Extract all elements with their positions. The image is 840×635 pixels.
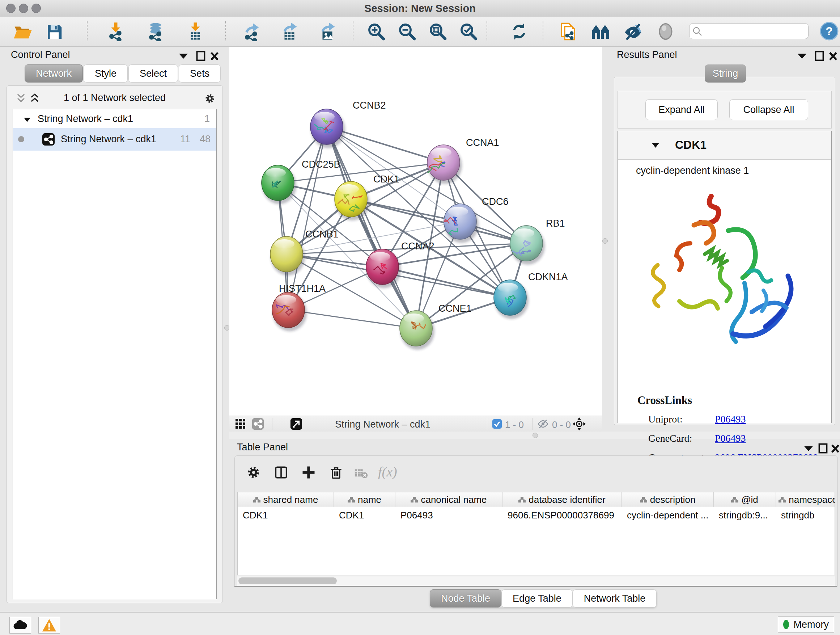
table-horizontal-scrollbar[interactable] — [237, 576, 835, 586]
hide-graphics-details-button[interactable] — [623, 22, 643, 41]
save-session-button[interactable] — [44, 22, 64, 41]
table-cell[interactable]: CDK1 — [238, 510, 334, 521]
left-splitter-handle[interactable] — [224, 325, 230, 331]
refresh-button[interactable] — [509, 22, 529, 41]
protein-section-header[interactable]: CDK1 — [618, 131, 831, 160]
network-node-CDKN1A[interactable] — [494, 280, 529, 319]
help-button[interactable]: ? — [820, 22, 838, 41]
import-network-from-database-button[interactable] — [146, 22, 165, 41]
table-cell[interactable]: stringdb — [776, 510, 835, 521]
network-graph[interactable]: CCNB2CCNA1CDC25BCDK1CDC6RB1CCNB1CCNA2CDK… — [229, 47, 602, 416]
open-session-button[interactable] — [13, 22, 32, 41]
grid-view-icon[interactable] — [234, 418, 247, 430]
panel-menu-icon[interactable] — [797, 50, 807, 61]
tab-sets[interactable]: Sets — [179, 65, 221, 82]
export-network-button[interactable] — [242, 22, 261, 41]
panel-float-icon[interactable] — [818, 442, 829, 453]
node-label-CCNA2: CCNA2 — [401, 241, 434, 252]
table-cell[interactable]: P06493 — [395, 510, 502, 521]
tab-style[interactable]: Style — [84, 65, 128, 82]
zoom-out-button[interactable] — [397, 22, 417, 41]
table-type-tabs: Node TableEdge TableNetwork Table — [430, 589, 657, 608]
collapse-all-button[interactable]: Collapse All — [729, 99, 808, 120]
node-table-body[interactable]: CDK1CDK1P064939606.ENSP00000378699cyclin… — [237, 507, 835, 575]
search-field — [689, 23, 808, 39]
network-row-selected[interactable]: String Network – cdk1 11 48 — [13, 128, 216, 150]
network-edge-CCNB2-HIST1H1A[interactable] — [288, 127, 327, 310]
panel-float-icon[interactable] — [814, 50, 825, 61]
table-cell[interactable]: CDK1 — [334, 510, 395, 521]
tab-node-table[interactable]: Node Table — [430, 589, 501, 608]
results-panel-title: Results Panel — [617, 49, 677, 60]
panel-close-icon[interactable] — [209, 50, 220, 61]
zoom-in-button[interactable] — [366, 22, 386, 41]
network-collection-row[interactable]: String Network – cdk1 1 — [13, 111, 216, 128]
network-node-CCNA1[interactable] — [427, 145, 462, 184]
network-node-CCNB2[interactable] — [310, 109, 345, 148]
network-node-RB1[interactable] — [510, 226, 545, 264]
import-network-button[interactable] — [106, 22, 126, 41]
panel-menu-icon[interactable] — [178, 50, 189, 61]
collection-expand-icon[interactable] — [23, 117, 31, 123]
tab-select[interactable]: Select — [128, 65, 178, 82]
export-table-button[interactable] — [279, 22, 299, 41]
crosslink-link[interactable]: P06493 — [715, 413, 746, 425]
network-share-icon[interactable] — [252, 418, 264, 430]
zoom-selected-button[interactable] — [459, 22, 478, 41]
warning-status-button[interactable] — [38, 617, 60, 633]
tab-edge-table[interactable]: Edge Table — [501, 589, 573, 608]
panel-float-icon[interactable] — [195, 50, 206, 61]
cloud-status-button[interactable] — [9, 617, 31, 633]
duplicate-network-button[interactable] — [558, 22, 578, 41]
section-collapse-icon[interactable] — [651, 142, 660, 149]
table-cell[interactable]: cyclin-dependent ... — [622, 510, 714, 521]
column-header-name[interactable]: name — [334, 492, 395, 507]
birdseye-view-icon[interactable] — [591, 22, 610, 41]
network-canvas[interactable]: CCNB2CCNA1CDC25BCDK1CDC6RB1CCNB1CCNA2CDK… — [229, 47, 602, 416]
network-edge-count: 48 — [200, 134, 210, 145]
column-header-canonical-name[interactable]: canonical name — [395, 492, 502, 507]
export-image-button[interactable] — [317, 22, 337, 41]
open-in-window-icon[interactable] — [290, 418, 302, 430]
show-columns-icon[interactable] — [273, 464, 289, 480]
import-table-button[interactable] — [186, 22, 205, 41]
network-node-HIST1H1A[interactable] — [272, 292, 307, 331]
table-settings-gear-icon[interactable] — [246, 464, 262, 480]
panel-menu-icon[interactable] — [803, 442, 814, 453]
hidden-eye-slash-icon[interactable] — [538, 419, 548, 429]
network-edge-HIST1H1A-CCNE1[interactable] — [288, 310, 416, 328]
horizontal-splitter-handle[interactable] — [532, 432, 538, 438]
zoom-fit-button[interactable] — [428, 22, 447, 41]
scrollbar-thumb[interactable] — [238, 578, 337, 584]
network-node-CDC25B[interactable] — [262, 165, 296, 204]
memory-button[interactable]: Memory — [778, 616, 834, 633]
search-input[interactable] — [706, 25, 806, 38]
column-header-description[interactable]: description — [622, 492, 714, 507]
table-cell[interactable]: stringdb:9... — [714, 510, 776, 521]
column-header-database-identifier[interactable]: database identifier — [502, 492, 622, 507]
network-node-CCNE1[interactable] — [400, 310, 434, 350]
network-edge-CCNB2-CCNE1[interactable] — [327, 127, 416, 328]
selected-checkbox-icon[interactable] — [492, 419, 502, 429]
tab-string[interactable]: String — [705, 65, 746, 82]
column-header-@id[interactable]: @id — [714, 492, 776, 507]
add-column-icon[interactable] — [301, 464, 317, 480]
node-label-CDKN1A: CDKN1A — [528, 272, 568, 282]
expand-all-button[interactable]: Expand All — [645, 99, 718, 120]
table-row[interactable]: CDK1CDK1P064939606.ENSP00000378699cyclin… — [238, 507, 835, 523]
network-node-CDK1[interactable] — [335, 181, 369, 220]
panel-close-icon[interactable] — [828, 50, 838, 61]
column-header-namespace[interactable]: namespace — [776, 492, 835, 507]
table-cell[interactable]: 9606.ENSP00000378699 — [502, 510, 622, 521]
panel-close-icon[interactable] — [830, 442, 840, 453]
network-options-gear-icon[interactable] — [204, 92, 216, 105]
tab-network[interactable]: Network — [25, 65, 83, 82]
network-node-CDC6[interactable] — [444, 204, 478, 243]
network-node-CCNA2[interactable] — [366, 249, 401, 288]
column-header-shared-name[interactable]: shared name — [238, 492, 334, 507]
delete-column-icon[interactable] — [328, 464, 344, 480]
right-splitter-handle[interactable] — [602, 238, 608, 244]
birdseye-pan-icon[interactable] — [572, 417, 586, 431]
show-graphics-details-button[interactable] — [656, 22, 676, 41]
tab-network-table[interactable]: Network Table — [573, 589, 657, 608]
